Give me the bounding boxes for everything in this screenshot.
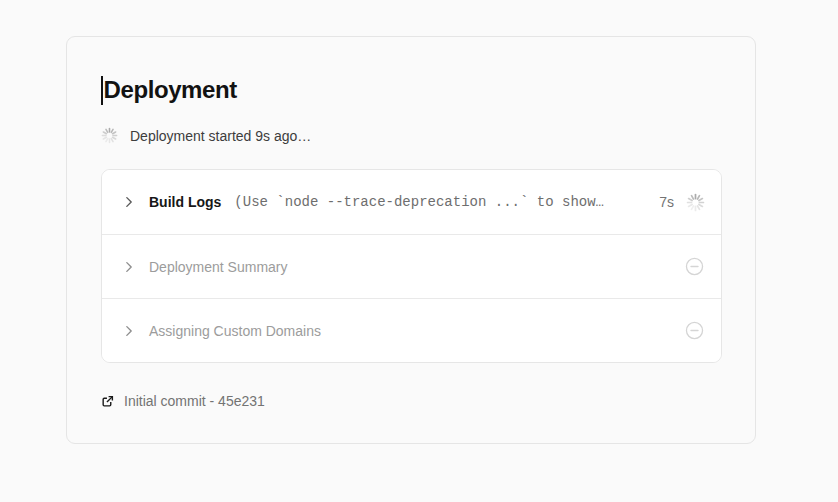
external-link-icon	[101, 395, 114, 408]
deployment-steps-panel: Build Logs (Use `node --trace-deprecatio…	[101, 169, 722, 363]
chevron-right-icon	[122, 324, 136, 338]
custom-domains-label: Assigning Custom Domains	[149, 323, 321, 339]
spinner-icon	[686, 193, 705, 212]
text-caret	[101, 76, 103, 105]
commit-link[interactable]: Initial commit - 45e231	[101, 393, 265, 409]
chevron-right-icon	[122, 260, 136, 274]
commit-label: Initial commit - 45e231	[124, 393, 265, 409]
minus-circle-icon	[684, 256, 705, 277]
minus-circle-icon	[684, 320, 705, 341]
deployment-status: Deployment started 9s ago…	[101, 127, 722, 144]
status-text: Deployment started 9s ago…	[130, 128, 311, 144]
section-row-build-logs[interactable]: Build Logs (Use `node --trace-deprecatio…	[102, 170, 721, 234]
spinner-icon	[101, 127, 118, 144]
page-title-text: Deployment	[104, 75, 237, 105]
section-row-deployment-summary[interactable]: Deployment Summary	[102, 234, 721, 298]
build-logs-duration: 7s	[659, 194, 674, 210]
build-logs-label: Build Logs	[149, 194, 221, 210]
section-row-custom-domains[interactable]: Assigning Custom Domains	[102, 298, 721, 362]
chevron-right-icon	[122, 195, 136, 209]
build-logs-detail: (Use `node --trace-deprecation ...` to s…	[234, 194, 659, 210]
deployment-card: Deployment Deployment started 9s ago… Bu…	[66, 36, 756, 444]
page-title: Deployment	[101, 75, 722, 105]
deployment-summary-label: Deployment Summary	[149, 259, 288, 275]
